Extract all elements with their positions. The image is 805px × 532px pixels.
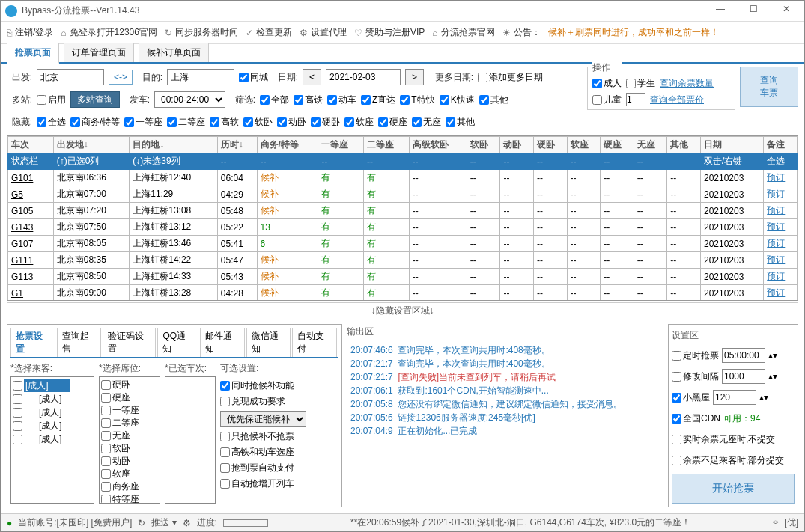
- cfg-blackroom-input[interactable]: [713, 390, 756, 405]
- settings-tab[interactable]: 验证码设置: [103, 328, 156, 357]
- filter-z[interactable]: Z直达: [361, 94, 395, 106]
- col-header[interactable]: 无座: [634, 137, 667, 153]
- passenger-item[interactable]: [成人]: [13, 406, 92, 419]
- hide-yw[interactable]: 硬卧: [311, 116, 340, 129]
- settings-tab[interactable]: 微信通知: [246, 328, 291, 357]
- hide-all[interactable]: 全选: [37, 116, 66, 129]
- opt-only-houbu[interactable]: 只抢候补不抢票: [220, 430, 306, 443]
- seat-item[interactable]: 商务座: [101, 480, 158, 493]
- samecity-checkbox[interactable]: 同城: [239, 71, 268, 84]
- sync-time-button[interactable]: ↻同步服务器时间: [165, 26, 238, 39]
- hide-1[interactable]: 一等座: [124, 116, 162, 129]
- cfg-nosubmit[interactable]: 实时余票无座时,不提交: [672, 433, 775, 446]
- query-price-link[interactable]: 查询全部票价: [650, 94, 704, 106]
- col-header[interactable]: 硬座: [601, 137, 634, 153]
- settings-tab[interactable]: QQ通知: [157, 328, 198, 357]
- col-header[interactable]: 一等座: [318, 137, 364, 153]
- passenger-list[interactable]: [成人][成人][成人][成人][成人]: [10, 376, 94, 504]
- swap-button[interactable]: <->: [109, 70, 133, 85]
- query-remain-link[interactable]: 查询余票数量: [660, 77, 714, 90]
- table-row[interactable]: G5北京南07:00上海11:2904:29候补有有--------------…: [8, 186, 798, 203]
- to-input[interactable]: [167, 69, 234, 85]
- opt-seat-select[interactable]: 高铁和动车选座: [220, 446, 306, 459]
- col-header[interactable]: 商务/特等: [257, 137, 318, 153]
- adddates-checkbox[interactable]: 添加更多日期: [478, 71, 543, 84]
- settings-tab[interactable]: 抢票设置: [10, 328, 55, 357]
- opt-autopay[interactable]: 抢到票自动支付: [220, 462, 306, 474]
- spin-icon[interactable]: ▴▾: [768, 350, 777, 361]
- seat-item[interactable]: 硬座: [101, 391, 158, 404]
- date-next-button[interactable]: >: [405, 69, 424, 85]
- table-row[interactable]: G143北京南07:50上海虹桥13:1205:2213有有----------…: [8, 219, 798, 236]
- tab-grab[interactable]: 抢票页面: [7, 43, 59, 64]
- depart-select[interactable]: 00:00-24:00: [154, 91, 225, 108]
- col-header[interactable]: 软座: [567, 137, 601, 153]
- spin-icon[interactable]: ▴▾: [759, 392, 768, 403]
- priority-select[interactable]: 优先保证能候补: [220, 411, 306, 427]
- passenger-item[interactable]: [成人]: [13, 419, 92, 432]
- cfg-interval[interactable]: 修改间隔: [672, 370, 719, 383]
- log-output[interactable]: 20:07:46:6 查询完毕，本次查询共用时:408毫秒。20:07:21:7…: [347, 340, 663, 507]
- col-header[interactable]: 二等座: [363, 137, 409, 153]
- opt-extra[interactable]: 自动抢增开列车: [220, 477, 306, 490]
- hide-sw[interactable]: 商务/特等: [70, 116, 120, 129]
- col-header[interactable]: 出发地↓: [53, 137, 129, 153]
- hide-rz[interactable]: 软座: [344, 116, 374, 129]
- table-row[interactable]: G113北京南08:50上海虹桥14:3305:43候补有有----------…: [8, 269, 798, 285]
- settings-tab[interactable]: 邮件通知: [200, 328, 245, 357]
- col-header[interactable]: 高级软卧: [409, 137, 467, 153]
- proxy-button[interactable]: ⚙设置代理: [300, 26, 347, 39]
- push-dropdown[interactable]: 推送 ▾: [151, 516, 176, 529]
- seat-item[interactable]: 动卧: [101, 455, 158, 468]
- table-row[interactable]: G111北京南08:35上海虹桥14:2205:47候补有有----------…: [8, 252, 798, 269]
- cfg-timed[interactable]: 定时抢票: [672, 349, 719, 362]
- start-grab-button[interactable]: 开始抢票: [672, 474, 795, 504]
- filter-k[interactable]: K快速: [440, 94, 475, 106]
- seat-item[interactable]: 二等座: [101, 417, 158, 429]
- col-header[interactable]: 日期: [700, 137, 763, 153]
- hide-wz[interactable]: 无座: [412, 116, 441, 129]
- table-row[interactable]: G1北京南09:00上海虹桥13:2804:28候补有有------------…: [8, 285, 798, 302]
- col-header[interactable]: 备注: [764, 137, 798, 153]
- seat-item[interactable]: 特等座: [101, 493, 158, 504]
- cfg-time-input[interactable]: [722, 348, 765, 363]
- hide-dw[interactable]: 动卧: [277, 116, 306, 129]
- opt-redeem[interactable]: 兑现成功要求: [220, 395, 306, 408]
- refresh-icon[interactable]: ↻: [138, 518, 145, 528]
- seat-item[interactable]: 硬卧: [101, 379, 158, 391]
- filter-all[interactable]: 全部: [260, 94, 289, 106]
- settings-tab[interactable]: 自动支付: [292, 328, 337, 357]
- car-list[interactable]: [165, 376, 216, 504]
- settings-tab[interactable]: 查询起售: [57, 328, 102, 357]
- filter-t[interactable]: T特快: [400, 94, 434, 106]
- hide-yz[interactable]: 硬座: [378, 116, 407, 129]
- table-row[interactable]: G105北京南07:20上海虹桥13:0805:48候补有有----------…: [8, 203, 798, 219]
- minimize-button[interactable]: —: [707, 4, 734, 19]
- col-header[interactable]: 软卧: [467, 137, 500, 153]
- cfg-blackroom[interactable]: 小黑屋: [672, 391, 710, 404]
- query-ticket-button[interactable]: 查询 车票: [740, 67, 798, 107]
- close-button[interactable]: ✕: [773, 4, 800, 19]
- train-table[interactable]: 车次出发地↓目的地↓历时↓商务/特等一等座二等座高级软卧软卧动卧硬卧软座硬座无座…: [7, 135, 798, 301]
- col-header[interactable]: 车次: [8, 137, 54, 153]
- enable-multi-checkbox[interactable]: 启用: [37, 94, 66, 106]
- hide-ot[interactable]: 其他: [446, 116, 475, 129]
- passenger-item[interactable]: [成人]: [13, 379, 92, 392]
- cfg-cdn[interactable]: 全国CDN: [672, 412, 720, 425]
- filter-other[interactable]: 其他: [479, 94, 508, 106]
- opt-houbu[interactable]: 同时抢候补功能: [220, 379, 306, 392]
- tab-waitlist[interactable]: 候补订单页面: [139, 43, 209, 62]
- seat-list[interactable]: 硬卧 硬座 一等座 二等座 无座 软卧 动卧 软座 商务座 特等座: [99, 376, 160, 504]
- child-count-input[interactable]: [626, 93, 645, 106]
- hide-2[interactable]: 二等座: [167, 116, 205, 129]
- filter-d[interactable]: 动车: [327, 94, 356, 106]
- col-header[interactable]: 动卧: [500, 137, 534, 153]
- child-checkbox[interactable]: 儿童: [592, 94, 622, 106]
- cfg-interval-input[interactable]: [722, 369, 765, 384]
- status-row[interactable]: 状态栏(↑)已选0列(↓)未选39列----------------------…: [8, 153, 798, 170]
- seat-item[interactable]: 软座: [101, 468, 158, 480]
- date-input[interactable]: [326, 69, 401, 85]
- vip-button[interactable]: ♡赞助与注册VIP: [354, 26, 425, 39]
- hide-rw[interactable]: 软卧: [243, 116, 273, 129]
- spin-icon[interactable]: ▴▾: [768, 371, 777, 382]
